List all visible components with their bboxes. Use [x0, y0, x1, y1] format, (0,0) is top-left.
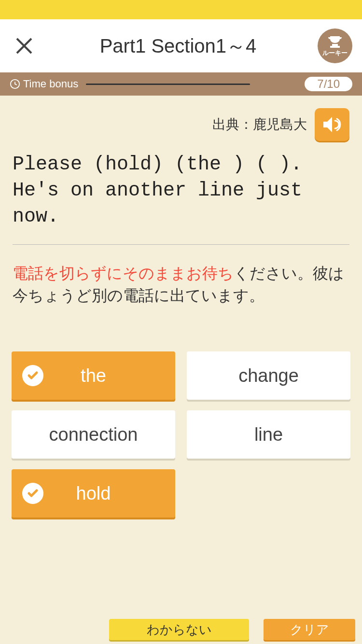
clear-button[interactable]: クリア — [264, 619, 355, 640]
audio-button[interactable] — [315, 108, 349, 141]
time-bonus: Time bonus — [10, 78, 250, 90]
top-yellow-bar — [0, 0, 362, 19]
translation-highlight: 電話を切らずにそのままお待ち — [13, 265, 234, 282]
close-button[interactable] — [10, 31, 39, 60]
trophy-label: ルーキー — [322, 49, 348, 57]
source-row: 出典：鹿児島大 — [13, 108, 349, 141]
time-bonus-label: Time bonus — [23, 78, 78, 90]
time-bonus-bar — [86, 84, 250, 85]
choice-label: change — [238, 365, 299, 386]
page-title: Part1 Section1～4 — [39, 33, 318, 59]
header: Part1 Section1～4 ルーキー — [0, 19, 362, 72]
choice-hold[interactable]: hold — [12, 469, 175, 518]
trophy-icon — [326, 34, 344, 50]
question-text: Please (hold) (the ) ( ). He's on anothe… — [13, 152, 349, 230]
bottom-bar: わからない クリア — [0, 618, 362, 644]
choice-label: line — [254, 424, 283, 445]
choices-grid: thechangeconnectionlinehold — [12, 351, 350, 518]
clock-icon — [10, 79, 20, 89]
progress-counter: 7/10 — [305, 77, 352, 91]
choice-label: hold — [76, 483, 111, 504]
check-icon — [22, 483, 43, 504]
info-bar: Time bonus 7/10 — [0, 72, 362, 96]
content-area: 出典：鹿児島大 Please (hold) (the ) ( ). He's o… — [0, 96, 362, 307]
choice-connection[interactable]: connection — [12, 410, 175, 459]
choice-change[interactable]: change — [187, 351, 350, 400]
choice-the[interactable]: the — [12, 351, 175, 400]
choice-label: connection — [49, 424, 138, 445]
divider — [13, 244, 349, 245]
translation-text: 電話を切らずにそのままお待ちください。彼は今ちょうど別の電話に出ています。 — [13, 262, 349, 307]
dont-know-button[interactable]: わからない — [109, 619, 249, 640]
trophy-badge[interactable]: ルーキー — [318, 28, 352, 63]
source-text: 出典：鹿児島大 — [212, 115, 307, 134]
choice-label: the — [81, 365, 106, 386]
choice-line[interactable]: line — [187, 410, 350, 459]
check-icon — [22, 365, 43, 386]
close-icon — [14, 36, 34, 56]
speaker-icon — [321, 115, 343, 134]
